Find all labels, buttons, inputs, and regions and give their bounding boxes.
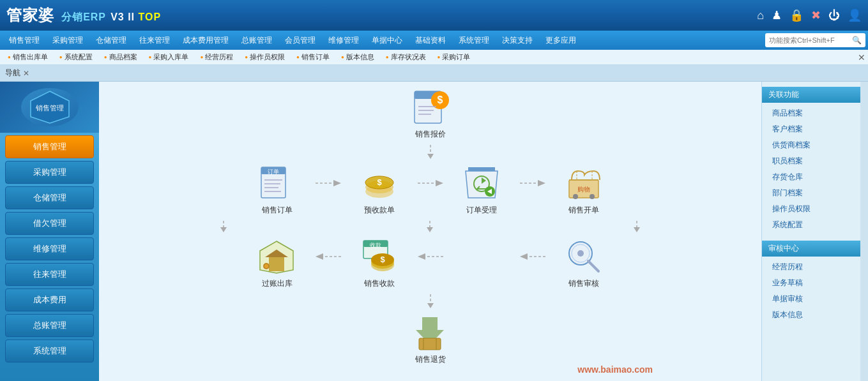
sales-payment-label: 销售收款 [364,278,395,289]
arrow-left-3 [520,251,545,262]
svg-marker-61 [520,253,528,260]
prepayment-label: 预收款单 [364,205,395,216]
link-system-config[interactable]: 系统配置 [762,217,860,233]
nav-cost[interactable]: 成本费用管理 [176,33,235,49]
link-supplier[interactable]: 供货商档案 [762,137,860,153]
flow-item-sales-open[interactable]: 购物 销售开单 [552,164,616,216]
flow-item-transfer-out[interactable]: 过账出库 [245,237,309,289]
tab-sales-out[interactable]: ●销售出库单 [3,51,53,63]
sidebar-item-transactions[interactable]: 往来管理 [5,263,94,286]
flow-item-sales-order[interactable]: 订单 销售订单 [245,164,309,216]
watermark: www.baimao.com [577,364,653,375]
sidebar-item-repair[interactable]: 维修管理 [5,237,94,260]
link-business-history[interactable]: 经营历程 [762,259,860,275]
link-version[interactable]: 版本信息 [762,307,860,323]
nav-warehouse[interactable]: 仓储管理 [89,33,133,49]
logo: 管家婆 分销ERP V3 II TOP [6,5,161,26]
svg-text:$: $ [377,177,382,187]
transfer-out-label: 过账出库 [262,278,293,289]
user-icon[interactable]: 👤 [848,8,862,22]
sidebar-item-cost[interactable]: 成本费用 [5,288,94,311]
flow-item-sales-quote[interactable]: $ 销售报价 [399,88,462,140]
tab-product[interactable]: ●商品档案 [99,51,142,63]
link-customer[interactable]: 客户档案 [762,121,860,137]
tab-purchase-order[interactable]: ●采购订单 [432,51,476,63]
lock-icon[interactable]: 🔒 [789,8,803,22]
svg-text:购物: 购物 [577,186,590,193]
svg-marker-20 [333,180,341,186]
order-process-icon [459,164,504,202]
svg-text:订单: 订单 [268,168,279,175]
link-employee[interactable]: 职员档案 [762,153,860,169]
right-scrollbar[interactable] [860,82,868,381]
nav-basic[interactable]: 基础资料 [409,33,452,49]
users-icon[interactable]: ♟ [772,8,782,22]
tab-inventory[interactable]: ●库存状况表 [381,51,431,63]
nav-ledger[interactable]: 总账管理 [235,33,278,49]
nav-member[interactable]: 会员管理 [278,33,322,49]
svg-marker-11 [427,154,434,159]
close-icon[interactable]: ✖ [811,8,821,22]
link-operator[interactable]: 操作员权限 [762,201,860,217]
sales-audit-icon [561,237,606,276]
home-icon[interactable]: ⌂ [757,9,764,22]
arrow-left-1 [316,251,341,262]
nav-voucher[interactable]: 单据中心 [365,33,409,49]
search-box[interactable]: 🔍 [765,33,865,47]
sales-payment-icon: 收款 $ [357,237,402,276]
related-functions-title: 关联功能 [762,87,860,103]
flow-item-sales-payment[interactable]: 收款 $ 销售收款 [347,237,411,289]
search-icon[interactable]: 🔍 [852,36,862,45]
flow-diagram: $ 销售报价 [99,82,761,381]
svg-point-64 [577,250,584,257]
nav-transactions[interactable]: 往来管理 [133,33,176,49]
link-department[interactable]: 部门档案 [762,185,860,201]
arrow-right-3 [520,178,545,188]
svg-text:$: $ [380,255,385,264]
tab-sales-order[interactable]: ●销售订单 [291,51,335,63]
tab-system-config[interactable]: ●系统配置 [54,51,98,63]
sales-return-label: 销售退货 [415,354,446,365]
search-input[interactable] [769,36,852,44]
flow-item-order-process[interactable]: 订单受理 [450,164,514,216]
link-draft[interactable]: 业务草稿 [762,275,860,291]
nav-sales[interactable]: 销售管理 [3,33,46,49]
svg-point-36 [573,194,578,199]
main-content: $ 销售报价 [99,82,761,381]
sidebar-item-ledger[interactable]: 总账管理 [5,314,94,337]
sidebar-item-purchase[interactable]: 采购管理 [5,161,94,184]
sidebar-item-warehouse[interactable]: 仓储管理 [5,186,94,209]
nav-repair[interactable]: 维修管理 [322,33,365,49]
header-icons: ⌂ ♟ 🔒 ✖ ⏻ 👤 [757,8,862,22]
nav-more[interactable]: 更多应用 [539,33,582,49]
sidebar-item-debt[interactable]: 借欠管理 [5,212,94,235]
tabs-close-button[interactable]: ✕ [858,52,865,63]
link-voucher-audit[interactable]: 单据审核 [762,291,860,307]
svg-rect-45 [269,257,284,271]
right-panel: 关联功能 商品档案 客户档案 供货商档案 职员档案 存货仓库 部门档案 操作员权… [761,82,860,381]
svg-line-65 [588,261,598,271]
sidebar-item-sales[interactable]: 销售管理 [5,135,94,158]
flow-item-sales-return[interactable]: 销售退货 [399,313,462,365]
audit-center-title: 审核中心 [762,241,860,257]
nav-purchase[interactable]: 采购管理 [46,33,89,49]
flow-item-prepayment[interactable]: $ 预收款单 [347,164,411,216]
flow-item-sales-audit[interactable]: 销售审核 [552,237,616,289]
tab-history[interactable]: ●经营历程 [195,51,238,63]
nav-decision[interactable]: 决策支持 [496,33,539,49]
svg-marker-39 [220,227,227,232]
sidebar-logo: 销售管理 [0,82,99,133]
arrow-right-1 [316,178,341,188]
svg-text:收款: 收款 [370,242,381,248]
power-icon[interactable]: ⏻ [828,9,840,22]
link-warehouse[interactable]: 存货仓库 [762,169,860,185]
tab-purchase-in[interactable]: ●采购入库单 [144,51,194,63]
link-product[interactable]: 商品档案 [762,105,860,121]
nav-system[interactable]: 系统管理 [452,33,496,49]
svg-marker-50 [316,253,323,260]
sidebar-item-system[interactable]: 系统管理 [5,340,94,362]
tab-version[interactable]: ●版本信息 [336,51,379,63]
sales-return-icon [408,313,453,352]
tab-operator[interactable]: ●操作员权限 [240,51,290,63]
between-row-arrows [208,221,653,232]
